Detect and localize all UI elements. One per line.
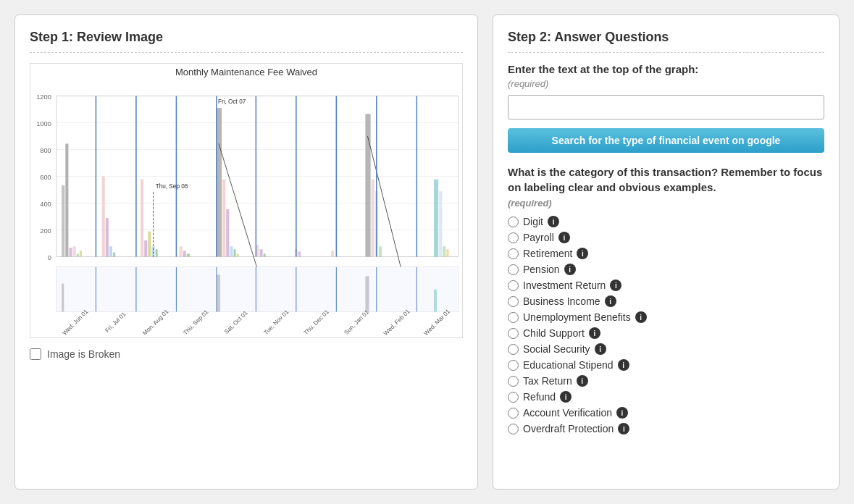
radio-overdraft_protection[interactable] xyxy=(508,424,519,434)
svg-rect-38 xyxy=(230,246,233,256)
radio-account_verification[interactable] xyxy=(508,408,519,419)
google-search-button[interactable]: Search for the type of financial event o… xyxy=(508,128,824,153)
label-retirement[interactable]: Retirement xyxy=(523,248,572,259)
svg-rect-83 xyxy=(434,290,437,312)
svg-rect-32 xyxy=(180,246,183,256)
info-icon-educational_stipend[interactable]: i xyxy=(618,359,629,371)
info-icon-pension[interactable]: i xyxy=(564,264,576,275)
svg-rect-37 xyxy=(226,209,229,257)
svg-text:Fri, Jul 01: Fri, Jul 01 xyxy=(104,311,127,334)
svg-rect-29 xyxy=(156,249,158,256)
category-item-payroll: Payrolli xyxy=(508,232,824,243)
info-icon-social_security[interactable]: i xyxy=(595,343,606,355)
category-item-refund: Refundi xyxy=(508,391,824,403)
svg-rect-33 xyxy=(183,251,186,256)
svg-rect-40 xyxy=(237,253,239,256)
radio-retirement[interactable] xyxy=(508,248,519,259)
label-social_security[interactable]: Social Security xyxy=(523,343,590,355)
svg-rect-81 xyxy=(217,274,220,311)
svg-rect-35 xyxy=(217,108,222,257)
label-child_support[interactable]: Child Support xyxy=(523,327,585,339)
label-payroll[interactable]: Payroll xyxy=(523,232,554,243)
category-item-pension: Pensioni xyxy=(508,264,824,275)
svg-rect-17 xyxy=(69,248,72,256)
info-icon-retirement[interactable]: i xyxy=(577,248,588,259)
svg-rect-80 xyxy=(62,284,64,312)
svg-rect-36 xyxy=(222,180,225,257)
info-icon-overdraft_protection[interactable]: i xyxy=(618,423,629,434)
svg-rect-59 xyxy=(446,249,448,256)
category-required: (required) xyxy=(508,198,552,209)
svg-rect-24 xyxy=(113,252,115,256)
radio-refund[interactable] xyxy=(508,392,519,403)
category-item-child_support: Child Supporti xyxy=(508,327,824,339)
svg-text:Fri, Oct 07: Fri, Oct 07 xyxy=(218,98,246,105)
category-item-educational_stipend: Educational Stipendi xyxy=(508,359,824,371)
svg-rect-22 xyxy=(106,218,109,256)
radio-educational_stipend[interactable] xyxy=(508,360,519,371)
info-icon-child_support[interactable]: i xyxy=(589,327,600,339)
category-item-tax_return: Tax Returni xyxy=(508,375,824,387)
svg-text:200: 200 xyxy=(40,227,51,235)
label-overdraft_protection[interactable]: Overdraft Protection xyxy=(523,423,614,434)
svg-rect-50 xyxy=(365,114,370,256)
info-icon-digit[interactable]: i xyxy=(548,216,559,227)
svg-text:Wed, Mar 01: Wed, Mar 01 xyxy=(423,308,452,337)
label-account_verification[interactable]: Account Verification xyxy=(523,407,612,419)
right-panel: Step 2: Answer Questions Enter the text … xyxy=(493,14,840,490)
info-icon-investment_return[interactable]: i xyxy=(610,280,621,291)
chart-title: Monthly Maintenance Fee Waived xyxy=(30,64,462,77)
radio-social_security[interactable] xyxy=(508,344,519,355)
label-business_income[interactable]: Business Income xyxy=(523,295,600,307)
chart-svg: 1200 1000 800 600 400 200 0 xyxy=(30,77,462,351)
graph-text-question: Enter the text at the top of the graph: xyxy=(508,63,824,75)
svg-rect-51 xyxy=(372,180,374,257)
label-tax_return[interactable]: Tax Return xyxy=(523,375,572,387)
radio-pension[interactable] xyxy=(508,264,519,275)
svg-text:600: 600 xyxy=(40,174,51,181)
left-panel-title: Step 1: Review Image xyxy=(30,30,463,53)
info-icon-business_income[interactable]: i xyxy=(605,295,616,307)
svg-text:400: 400 xyxy=(40,201,51,208)
info-icon-payroll[interactable]: i xyxy=(558,232,570,243)
label-unemployment_benefits[interactable]: Unemployment Benefits xyxy=(523,311,631,323)
radio-investment_return[interactable] xyxy=(508,280,519,291)
label-pension[interactable]: Pension xyxy=(523,264,560,275)
label-investment_return[interactable]: Investment Return xyxy=(523,280,606,291)
svg-text:Wed, Jun 01: Wed, Jun 01 xyxy=(61,308,89,337)
right-panel-title: Step 2: Answer Questions xyxy=(508,30,824,53)
svg-rect-18 xyxy=(73,246,76,256)
svg-text:Mon, Aug 01: Mon, Aug 01 xyxy=(141,308,169,336)
svg-rect-26 xyxy=(144,240,147,257)
svg-text:Tue, Nov 01: Tue, Nov 01 xyxy=(262,308,290,336)
radio-unemployment_benefits[interactable] xyxy=(508,312,519,323)
radio-tax_return[interactable] xyxy=(508,376,519,387)
svg-rect-39 xyxy=(234,249,236,256)
category-item-retirement: Retirementi xyxy=(508,248,824,259)
info-icon-tax_return[interactable]: i xyxy=(577,375,588,387)
radio-child_support[interactable] xyxy=(508,328,519,339)
radio-business_income[interactable] xyxy=(508,296,519,307)
label-digit[interactable]: Digit xyxy=(523,216,543,227)
svg-rect-56 xyxy=(434,180,438,257)
info-icon-unemployment_benefits[interactable]: i xyxy=(635,311,647,323)
svg-rect-46 xyxy=(264,253,266,256)
svg-text:1200: 1200 xyxy=(36,93,51,101)
graph-text-input[interactable] xyxy=(508,95,824,119)
svg-text:Thu, Sep 08: Thu, Sep 08 xyxy=(156,183,188,190)
category-question: What is the category of this transaction… xyxy=(508,164,824,210)
radio-digit[interactable] xyxy=(508,217,519,227)
label-refund[interactable]: Refund xyxy=(523,391,556,403)
svg-rect-70 xyxy=(56,267,459,312)
svg-text:Thu, Sep 01: Thu, Sep 01 xyxy=(182,308,209,336)
label-educational_stipend[interactable]: Educational Stipend xyxy=(523,359,614,371)
category-item-digit: Digiti xyxy=(508,216,824,227)
category-item-social_security: Social Securityi xyxy=(508,343,824,355)
svg-rect-19 xyxy=(77,253,79,256)
info-icon-refund[interactable]: i xyxy=(560,391,572,403)
svg-rect-25 xyxy=(141,180,143,257)
svg-rect-45 xyxy=(259,249,262,256)
info-icon-account_verification[interactable]: i xyxy=(616,407,628,419)
left-panel: Step 1: Review Image Monthly Maintenance… xyxy=(14,14,478,490)
radio-payroll[interactable] xyxy=(508,232,519,243)
